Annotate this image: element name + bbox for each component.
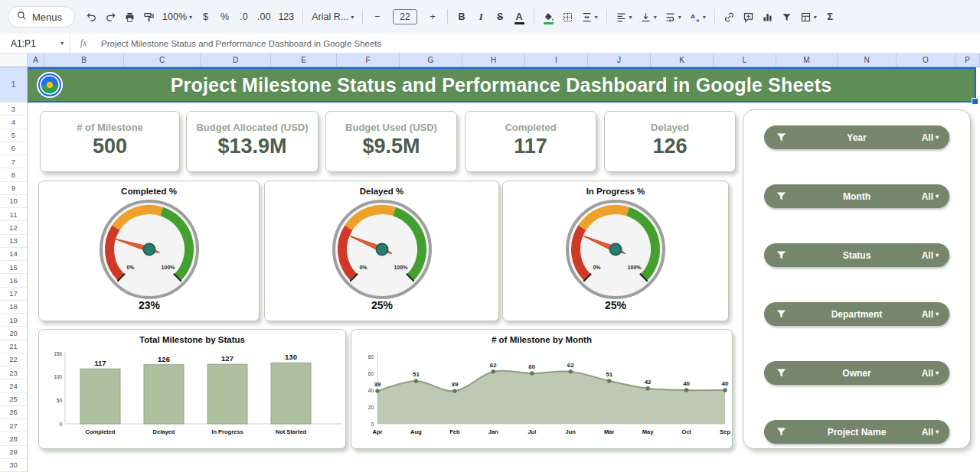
- menus-button[interactable]: Menus: [8, 6, 75, 28]
- row-header-5[interactable]: 5: [0, 129, 27, 142]
- slicer-value-dropdown[interactable]: All ▾: [922, 368, 939, 379]
- gauge-card-in-progress[interactable]: In Progress % 0% 100% 25%: [502, 181, 729, 321]
- selection-handle[interactable]: [972, 98, 978, 105]
- borders-button[interactable]: [559, 7, 577, 27]
- vertical-align-button[interactable]: ▾: [637, 7, 660, 27]
- column-header-M[interactable]: M: [776, 54, 838, 67]
- redo-button[interactable]: [102, 7, 119, 27]
- column-header-I[interactable]: I: [525, 54, 588, 67]
- slicer-value-dropdown[interactable]: All ▾: [922, 250, 939, 261]
- row-header-17[interactable]: 17: [0, 288, 27, 301]
- row-header-19[interactable]: 19: [0, 314, 27, 327]
- row-header-26[interactable]: 26: [0, 406, 27, 419]
- row-header-13[interactable]: 13: [0, 235, 27, 248]
- row-header-28[interactable]: 28: [0, 432, 27, 445]
- row-header-3[interactable]: 3: [0, 103, 27, 116]
- column-header-H[interactable]: H: [462, 54, 525, 67]
- row-header-12[interactable]: 12: [0, 221, 27, 234]
- row-header-15[interactable]: 15: [0, 261, 27, 274]
- bold-button[interactable]: B: [453, 7, 471, 27]
- slicer-month[interactable]: Month All ▾: [764, 184, 949, 208]
- row-header-21[interactable]: 21: [0, 340, 27, 353]
- line-chart-card[interactable]: # of Milestone by Month 806040200 39 Apr…: [351, 329, 733, 449]
- slicer-year[interactable]: Year All ▾: [764, 125, 949, 149]
- bar-chart-card[interactable]: Total Milestone by Status 150100500 117 …: [38, 329, 346, 449]
- slicer-value-dropdown[interactable]: All ▾: [922, 427, 939, 438]
- select-all-corner[interactable]: [0, 54, 28, 67]
- more-formats-button[interactable]: 123: [275, 7, 297, 27]
- kpi-card-completed[interactable]: Completed 117: [465, 111, 596, 172]
- column-header-G[interactable]: G: [400, 54, 462, 67]
- slicer-project-name[interactable]: Project Name All ▾: [764, 420, 949, 444]
- row-header-7[interactable]: 7: [0, 155, 27, 168]
- row-header-10[interactable]: 10: [0, 195, 27, 208]
- create-filter-button[interactable]: [778, 7, 795, 27]
- column-header-B[interactable]: B: [44, 54, 124, 67]
- row-header-18[interactable]: 18: [0, 301, 27, 314]
- column-header-O[interactable]: O: [897, 54, 956, 67]
- insert-comment-button[interactable]: [740, 7, 757, 27]
- decrease-decimal-button[interactable]: .0: [235, 7, 253, 27]
- font-size-input[interactable]: 22: [387, 7, 422, 27]
- paint-format-button[interactable]: [140, 7, 158, 27]
- gauge-card-delayed[interactable]: Delayed % 0% 100% 25%: [264, 181, 499, 321]
- row-header-16[interactable]: 16: [0, 274, 27, 287]
- slicer-value-dropdown[interactable]: All ▾: [922, 309, 939, 320]
- kpi-card-budget-allocated-usd[interactable]: Budget Allocated (USD) $13.9M: [186, 111, 318, 172]
- kpi-card-budget-used-usd[interactable]: Budget Used (USD) $9.5M: [325, 111, 457, 172]
- column-header-E[interactable]: E: [271, 54, 337, 67]
- column-header-D[interactable]: D: [201, 54, 271, 67]
- column-header-L[interactable]: L: [714, 54, 776, 67]
- row-header-14[interactable]: 14: [0, 248, 27, 261]
- row-header-29[interactable]: 29: [0, 446, 27, 459]
- insert-chart-button[interactable]: [759, 7, 776, 27]
- kpi-card-delayed[interactable]: Delayed 126: [604, 111, 736, 172]
- slicer-value-dropdown[interactable]: All ▾: [922, 132, 939, 143]
- row-header-11[interactable]: 11: [0, 208, 27, 221]
- row-header-1[interactable]: 1: [0, 67, 27, 103]
- row-header-6[interactable]: 6: [0, 142, 27, 155]
- name-box[interactable]: A1:P1 ▾: [0, 34, 70, 53]
- italic-button[interactable]: I: [472, 7, 490, 27]
- row-header-24[interactable]: 24: [0, 379, 27, 392]
- column-header-K[interactable]: K: [651, 54, 714, 67]
- row-header-20[interactable]: 20: [0, 327, 27, 340]
- row-header-4[interactable]: 4: [0, 116, 27, 129]
- percent-format-button[interactable]: %: [216, 7, 234, 27]
- row-header-25[interactable]: 25: [0, 393, 27, 406]
- text-color-button[interactable]: A: [511, 7, 528, 27]
- column-header-J[interactable]: J: [588, 54, 651, 67]
- column-header-N[interactable]: N: [838, 54, 897, 67]
- row-header-8[interactable]: 8: [0, 168, 27, 181]
- currency-format-button[interactable]: $: [197, 7, 214, 27]
- increase-decimal-button[interactable]: .00: [254, 7, 273, 27]
- increase-font-size-button[interactable]: +: [424, 7, 442, 27]
- column-header-A[interactable]: A: [28, 54, 44, 67]
- fill-color-button[interactable]: [540, 7, 557, 27]
- slicer-owner[interactable]: Owner All ▾: [764, 361, 949, 385]
- row-header-23[interactable]: 23: [0, 366, 27, 379]
- text-wrap-button[interactable]: ▾: [662, 7, 684, 27]
- merge-cells-button[interactable]: ▾: [578, 7, 601, 27]
- formula-input[interactable]: Project Milestone Status and Performance…: [96, 39, 980, 48]
- row-header-9[interactable]: 9: [0, 182, 27, 195]
- text-rotation-button[interactable]: A▾: [686, 7, 709, 27]
- slicer-value-dropdown[interactable]: All ▾: [922, 191, 939, 202]
- functions-button[interactable]: Σ: [822, 7, 839, 27]
- insert-link-button[interactable]: [720, 7, 738, 27]
- dashboard-title-banner[interactable]: Project Milestone Status and Performance…: [28, 69, 975, 101]
- row-header-30[interactable]: 30: [0, 459, 27, 472]
- gauge-card-completed[interactable]: Completed % 0% 100% 23%: [38, 181, 260, 321]
- strikethrough-button[interactable]: S: [492, 7, 509, 27]
- horizontal-align-button[interactable]: ▾: [612, 7, 635, 27]
- print-button[interactable]: [121, 7, 139, 27]
- slicer-status[interactable]: Status All ▾: [764, 243, 949, 267]
- column-header-P[interactable]: P: [956, 54, 980, 67]
- table-views-button[interactable]: ▾: [797, 7, 820, 27]
- row-header-27[interactable]: 27: [0, 419, 27, 432]
- sheet-grid[interactable]: Project Milestone Status and Performance…: [28, 67, 980, 472]
- font-family-select[interactable]: Arial R...▾: [309, 7, 357, 27]
- kpi-card-of-milestone[interactable]: # of Milestone 500: [40, 111, 180, 172]
- column-header-C[interactable]: C: [124, 54, 201, 67]
- row-header-22[interactable]: 22: [0, 353, 27, 366]
